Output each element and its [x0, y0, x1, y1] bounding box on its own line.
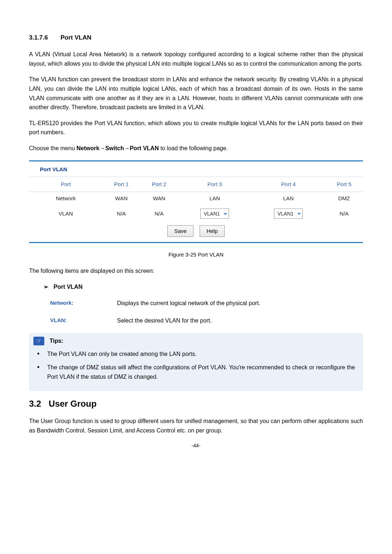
help-button[interactable]: Help [200, 225, 225, 237]
sub-heading-port-vlan: ➢ Port VLAN [44, 282, 363, 292]
chevron-down-icon [224, 213, 227, 215]
tips-list: The Port VLAN can only be created among … [29, 346, 363, 391]
col-port: Port [29, 177, 102, 192]
vlan-port5: N/A [325, 205, 363, 220]
vlan-port2: N/A [140, 205, 178, 220]
tips-item-1: The Port VLAN can only be created among … [37, 349, 355, 359]
tips-box: ☞ Tips: The Port VLAN can only be create… [29, 333, 363, 391]
menu-path-text: Choose the menu Network→Switch→Port VLAN… [29, 144, 363, 153]
vlan-port3-cell: VLAN1 [178, 205, 252, 220]
port-vlan-table: Port Port 1 Port 2 Port 3 Port 4 Port 5 … [29, 177, 363, 220]
desc-vlan: VLAN: Select the desired VLAN for the po… [50, 316, 363, 325]
vlan-port4-value: VLAN1 [277, 211, 293, 217]
col-port3: Port 3 [178, 177, 252, 192]
desc-label-network: Network: [50, 299, 115, 307]
col-port1: Port 1 [102, 177, 140, 192]
user-group-para: The User Group function is used to group… [29, 416, 363, 435]
desc-label-vlan: VLAN: [50, 316, 115, 325]
tips-label: Tips: [49, 338, 63, 344]
menu-path-bold: Network→Switch→Port VLAN [77, 145, 159, 151]
panel-title: Port VLAN [29, 161, 363, 177]
col-port4: Port 4 [252, 177, 325, 192]
section-number: 3.1.7.6 [29, 33, 48, 42]
network-port2: WAN [140, 192, 178, 205]
hand-pointing-icon: ☞ [33, 337, 44, 345]
vlan-port4-cell: VLAN1 [252, 205, 325, 220]
section-heading-port-vlan: 3.1.7.6 Port VLAN [29, 33, 363, 42]
vlan-port4-select[interactable]: VLAN1 [274, 209, 302, 219]
menu-prefix: Choose the menu [29, 145, 77, 151]
row-label-network: Network [29, 192, 102, 205]
displayed-items-text: The following items are displayed on thi… [29, 266, 363, 276]
section-user-group: 3.2 User Group [29, 397, 363, 411]
network-port5: DMZ [325, 192, 363, 205]
tips-item-2: The change of DMZ status will affect the… [37, 363, 355, 381]
network-port3: LAN [178, 192, 252, 205]
paragraph-3: TL-ER5120 provides the Port VLAN functio… [29, 119, 363, 137]
figure-caption: Figure 3-25 Port VLAN [29, 250, 363, 259]
tips-header: ☞ Tips: [29, 333, 363, 346]
desc-network: Network: Displays the current logical ne… [50, 299, 363, 308]
user-group-number: 3.2 [29, 399, 41, 409]
table-row-vlan: VLAN N/A N/A VLAN1 VLAN1 N/A [29, 205, 363, 220]
vlan-port3-select[interactable]: VLAN1 [200, 209, 229, 219]
save-button[interactable]: Save [167, 225, 193, 237]
paragraph-2: The VLAN function can prevent the broadc… [29, 75, 363, 112]
port-vlan-panel: Port VLAN Port Port 1 Port 2 Port 3 Port… [29, 160, 363, 243]
col-port5: Port 5 [325, 177, 363, 192]
network-port1: WAN [102, 192, 140, 205]
network-port4: LAN [252, 192, 325, 205]
menu-suffix: to load the following page. [159, 145, 228, 151]
desc-text-vlan: Select the desired VLAN for the port. [117, 316, 212, 325]
triangle-right-icon: ➢ [44, 282, 48, 292]
section-title-text: Port VLAN [61, 34, 91, 41]
page-number: -44- [29, 442, 363, 450]
button-row: Save Help [29, 220, 363, 242]
col-port2: Port 2 [140, 177, 178, 192]
chevron-down-icon [297, 213, 301, 215]
sub-heading-text: Port VLAN [53, 284, 82, 290]
table-row-network: Network WAN WAN LAN LAN DMZ [29, 192, 363, 205]
user-group-title: User Group [49, 399, 97, 409]
row-label-vlan: VLAN [29, 205, 102, 220]
desc-text-network: Displays the current logical network of … [117, 299, 260, 308]
vlan-port3-value: VLAN1 [204, 211, 220, 217]
paragraph-1: A VLAN (Virtual Local Area Network) is a… [29, 50, 363, 68]
vlan-port1: N/A [102, 205, 140, 220]
